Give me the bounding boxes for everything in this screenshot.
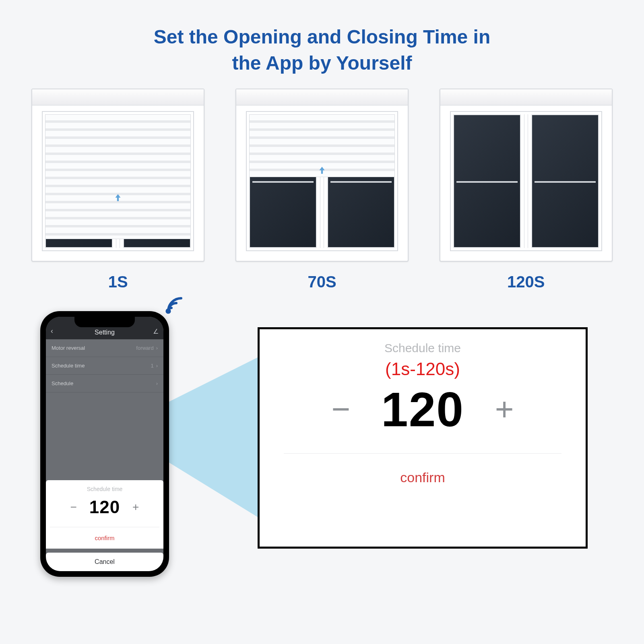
row-value: forward [136,345,153,351]
time-label-120s: 120S [507,273,545,291]
popup-title: Schedule time [276,341,570,355]
windows-row: 1S 70S [16,89,628,291]
row-value: 1 [151,363,153,369]
phone-notch [74,317,135,327]
arrow-up-icon [317,165,327,175]
svg-point-0 [167,310,169,312]
wifi-icon [165,295,184,316]
plus-button[interactable]: + [130,501,142,514]
page-title: Set the Opening and Closing Time in the … [16,24,628,76]
chevron-right-icon: › [156,363,158,369]
popup-range-label: (1s-120s) [276,359,570,379]
arrow-up-icon [113,192,123,203]
cancel-button[interactable]: Cancel [46,553,163,571]
chevron-right-icon: › [156,345,158,351]
minus-button[interactable]: − [68,501,80,514]
window-frame [31,89,204,262]
row-label: Motor reversal [52,345,85,351]
phone-mockup: ‹ Setting ∠ Motor reversal forward› Sche… [40,311,169,577]
stepper: − 120 + [50,497,159,517]
time-label-70s: 70S [308,273,336,291]
plus-button[interactable]: + [492,393,516,425]
window-frame [235,89,409,262]
window-divider [524,114,528,248]
lower-section: ‹ Setting ∠ Motor reversal forward› Sche… [16,299,628,601]
shutter-closed [45,114,191,239]
chevron-right-icon: › [156,380,158,386]
time-label-1s: 1S [108,273,128,291]
row-schedule-time[interactable]: Schedule time 1› [46,357,163,375]
stepper-value: 120 [381,382,464,437]
shutter-valance [236,89,408,105]
shutter-valance [440,89,612,105]
window-unit-70s: 70S [228,89,416,291]
row-motor-reversal[interactable]: Motor reversal forward› [46,339,163,357]
edit-icon[interactable]: ∠ [153,328,159,335]
window-pane [531,114,599,248]
headline-line1: Set the Opening and Closing Time in [154,26,491,47]
stepper: − 120 + [276,382,570,437]
row-label: Schedule time [52,363,85,369]
settings-list: Motor reversal forward› Schedule time 1›… [46,339,163,392]
window-pane [453,114,521,248]
confirm-button[interactable]: confirm [276,454,570,493]
window-frame [440,89,613,262]
headline-line2: the App by Yourself [232,52,412,74]
projection-beam [165,351,270,524]
phone-screen: ‹ Setting ∠ Motor reversal forward› Sche… [46,317,163,571]
row-label: Schedule [52,380,73,386]
shutter-valance [32,89,204,105]
window-unit-120s: 120S [432,89,620,291]
row-schedule[interactable]: Schedule › [46,375,163,392]
inner-window [40,109,196,253]
window-unit-1s: 1S [24,89,212,291]
back-icon[interactable]: ‹ [51,327,53,335]
minus-button[interactable]: − [329,393,353,425]
confirm-button[interactable]: confirm [50,527,159,549]
sheet-title: Schedule time [50,486,159,492]
stepper-value: 120 [89,497,120,517]
schedule-time-sheet: Schedule time − 120 + confirm [46,480,163,549]
svg-marker-1 [165,351,270,524]
schedule-time-popup-enlarged: Schedule time (1s-120s) − 120 + confirm [258,327,588,549]
app-header-title: Setting [95,329,115,336]
inner-window [448,109,604,253]
inner-window [244,109,400,253]
